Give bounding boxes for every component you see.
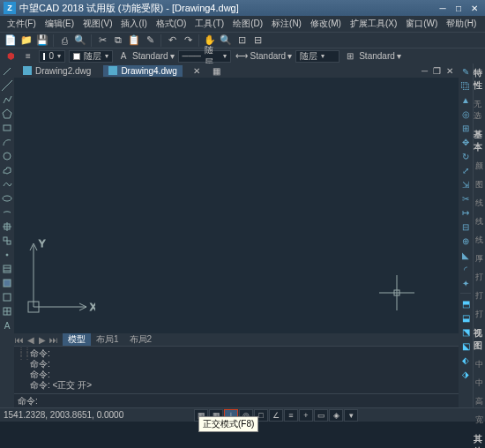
extend-icon[interactable]: ↦ [459,206,472,219]
array-icon[interactable]: ⊞ [459,122,472,134]
maximize-button[interactable]: □ [451,2,466,14]
text-style-icon[interactable]: A [116,49,131,63]
prop-linetype[interactable]: 线 [475,198,483,209]
tab-list-icon[interactable]: ▦ [213,66,220,76]
menu-tools[interactable]: 工具(T) [191,17,228,31]
offset-icon[interactable]: ◎ [459,108,472,120]
revcloud-icon[interactable] [1,164,13,176]
tab-layout2[interactable]: 布局2 [124,333,158,346]
copy-icon[interactable]: ⧉ [111,34,125,48]
break-icon[interactable]: ⊟ [459,220,472,233]
close-button[interactable]: ✕ [467,2,481,14]
fillet-icon[interactable]: ◜ [459,263,472,275]
menu-view[interactable]: 视图(V) [79,17,116,31]
layout-prev-icon[interactable]: ◀ [26,335,36,345]
paste-icon[interactable]: 📋 [127,34,141,48]
prop-thick[interactable]: 厚 [475,253,483,265]
zoom-icon[interactable]: 🔍 [219,34,233,48]
undo-icon[interactable]: ↶ [165,34,179,48]
prop-layer[interactable]: 图 [475,179,483,190]
move-icon[interactable]: ✥ [459,136,472,148]
cmd-grip-icon[interactable]: ⋮⋮⋮⋮⋮⋮ [18,348,28,392]
table-icon[interactable] [1,305,13,317]
circle-icon[interactable] [1,150,13,162]
prop-plot[interactable]: 打 [475,272,483,283]
text-icon[interactable]: A [1,319,13,332]
otrack-toggle[interactable]: ∠ [269,409,283,422]
rectangle-icon[interactable] [1,122,13,134]
tab-close-icon[interactable]: ✕ [193,66,200,76]
dyn-toggle[interactable]: + [299,409,313,422]
align-center-icon[interactable]: ⬓ [459,311,472,324]
mdi-minimize-icon[interactable]: ─ [420,66,429,76]
copy-obj-icon[interactable]: ⿻ [459,79,472,92]
command-window[interactable]: ⋮⋮⋮⋮⋮⋮ 命令: 命令: 命令: 命令: <正交 开> [14,346,459,393]
menu-edit[interactable]: 编辑(E) [41,17,78,31]
layout-last-icon[interactable]: ⏭ [48,335,59,345]
prop-lscale[interactable]: 线 [475,216,483,228]
erase-icon[interactable]: ✎ [459,65,472,78]
mdi-restore-icon[interactable]: ❐ [431,66,443,76]
menu-draw[interactable]: 绘图(D) [229,17,266,31]
prop-w[interactable]: 宽 [475,414,483,426]
point-icon[interactable] [1,249,13,261]
model-toggle[interactable]: ▭ [314,409,328,422]
menu-app[interactable]: APP+ [481,19,485,30]
new-icon[interactable]: 📄 [4,34,18,48]
menu-help[interactable]: 帮助(H) [443,17,480,31]
table-style-label[interactable]: Standard [359,51,395,61]
ellipse-arc-icon[interactable] [1,206,13,219]
mirror-icon[interactable]: ▲ [459,93,472,106]
align-bottom-icon[interactable]: ⬗ [459,368,472,380]
redo-icon[interactable]: ↷ [181,34,195,48]
tab-layout1[interactable]: 布局1 [91,333,124,346]
layout-first-icon[interactable]: ⏮ [14,335,25,345]
open-icon[interactable]: 📁 [19,34,34,48]
command-input[interactable] [41,396,455,406]
gradient-icon[interactable] [1,277,13,289]
region-icon[interactable] [1,291,13,303]
align-top-icon[interactable]: ⬕ [459,340,472,352]
menu-insert[interactable]: 插入(I) [117,17,150,31]
polyline-icon[interactable] [1,93,13,106]
menu-file[interactable]: 文件(F) [4,17,40,31]
stretch-icon[interactable]: ⇲ [459,178,472,190]
drawing-canvas[interactable]: Y X [14,78,459,333]
layout-next-icon[interactable]: ▶ [37,335,48,345]
prop-lweight[interactable]: 线 [475,235,483,246]
cut-icon[interactable]: ✂ [95,34,109,48]
prop-plot3[interactable]: 打 [475,309,483,320]
align-middle-icon[interactable]: ⬖ [459,354,472,366]
more-toggle[interactable]: ▾ [344,409,358,422]
block-icon[interactable] [1,235,13,247]
align-right-icon[interactable]: ⬔ [459,325,472,338]
prop-h[interactable]: 高 [475,396,483,407]
cycle-toggle[interactable]: ◈ [329,409,343,422]
lweight-toggle[interactable]: ≡ [284,409,298,422]
insert-icon[interactable] [1,220,13,233]
menu-modify[interactable]: 修改(M) [307,17,345,31]
minimize-button[interactable]: ─ [436,2,450,14]
color-dropdown[interactable]: 随层 ▾ [69,50,113,63]
dim-style-label[interactable]: Standard [250,51,287,61]
table-style-icon[interactable]: ⊞ [343,49,357,63]
layer-dropdown[interactable]: 0 ▾ [39,50,65,63]
prop-cy[interactable]: 中 [475,377,483,389]
explode-icon[interactable]: ✦ [459,277,472,289]
prop-plot2[interactable]: 打 [475,290,483,302]
print-icon[interactable]: ⎙ [57,34,71,48]
doc-tab-1[interactable]: Drawing2.dwg [18,65,96,77]
tab-model[interactable]: 模型 [63,333,91,346]
join-icon[interactable]: ⊕ [459,235,472,247]
rotate-icon[interactable]: ↻ [459,150,472,162]
linetype-dropdown[interactable]: ─── 随层 ▾ [178,50,231,63]
arc-icon[interactable] [1,136,13,148]
line-icon[interactable] [1,65,13,78]
ellipse-icon[interactable] [1,192,13,205]
mdi-close-icon[interactable]: ✕ [444,66,455,76]
zoom-window-icon[interactable]: ⊡ [235,34,249,48]
menu-format[interactable]: 格式(O) [153,17,190,31]
menu-window[interactable]: 窗口(W) [402,17,441,31]
coordinates-display[interactable]: 1541.2328, 2003.8651, 0.0000 [4,410,136,420]
chamfer-icon[interactable]: ◣ [459,249,472,261]
